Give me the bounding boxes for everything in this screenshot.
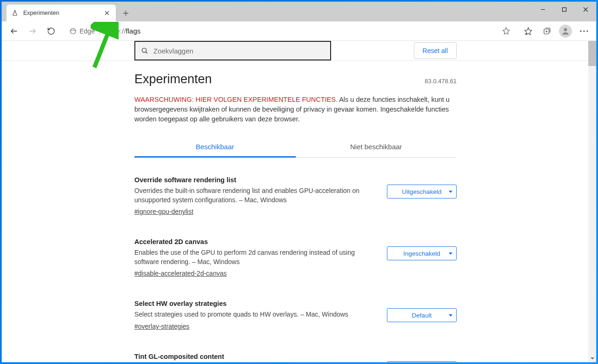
flag-description: Overrides the built-in software renderin… [134, 186, 373, 205]
flag-title: Select HW overlay strategies [134, 300, 373, 307]
flag-item: Select HW overlay strategies Select stra… [134, 300, 457, 331]
back-button[interactable] [6, 23, 22, 40]
svg-point-1 [70, 28, 76, 34]
minimize-button[interactable] [532, 2, 553, 17]
collections-icon[interactable] [538, 23, 555, 40]
forward-button[interactable] [24, 23, 41, 40]
warning-text: WAARSCHUWING: HIER VOLGEN EXPERIMENTELE … [134, 95, 457, 124]
scrollbar[interactable] [588, 41, 596, 362]
svg-point-3 [564, 28, 567, 31]
search-icon [141, 47, 149, 55]
favorites-menu-icon[interactable] [520, 23, 537, 40]
edge-icon [69, 27, 77, 35]
page-content: Reset all Experimenten 83.0.478.61 WAARS… [2, 41, 596, 362]
new-tab-button[interactable] [119, 6, 133, 20]
flask-icon [11, 9, 19, 17]
tabs: Beschikbaar Niet beschikbaar [134, 136, 457, 158]
profile-avatar[interactable] [559, 25, 572, 38]
tab-close-button[interactable] [103, 10, 111, 16]
flag-description: Enables the use of the GPU to perform 2d… [134, 248, 373, 266]
flag-hash-link[interactable]: #overlay-strategies [134, 323, 189, 330]
url-text: edge://flags [105, 27, 141, 35]
maximize-button[interactable] [553, 2, 575, 17]
browser-toolbar: Edge edge://flags [2, 21, 596, 41]
flag-item: Tint GL-composited content Tint contents… [134, 353, 457, 362]
svg-point-6 [586, 30, 588, 32]
flag-hash-link[interactable]: #disable-accelerated-2d-canvas [134, 270, 226, 277]
window-controls [532, 2, 596, 17]
svg-point-4 [580, 30, 581, 32]
favorite-star-icon[interactable] [502, 27, 510, 35]
svg-point-7 [142, 48, 146, 52]
flag-title: Accelerated 2D canvas [134, 238, 373, 245]
flag-item: Override software rendering list Overrid… [134, 176, 457, 216]
scrollbar-thumb[interactable] [588, 41, 596, 66]
search-flags-input[interactable] [134, 41, 331, 60]
flag-select[interactable]: Ingeschakeld [387, 246, 457, 260]
scrollbar-down-arrow[interactable] [588, 354, 596, 362]
flag-select[interactable]: Default [387, 308, 457, 322]
tab-available[interactable]: Beschikbaar [134, 136, 296, 157]
tab-unavailable[interactable]: Niet beschikbaar [296, 136, 457, 157]
flag-select[interactable]: Uitgeschakeld [387, 361, 457, 362]
tab-title: Experimenten [23, 10, 98, 16]
version-label: 83.0.478.61 [425, 78, 457, 85]
search-flags-field[interactable] [153, 47, 325, 55]
edge-badge: Edge [69, 27, 100, 35]
flag-title: Tint GL-composited content [134, 353, 373, 360]
address-bar[interactable]: Edge edge://flags [64, 24, 515, 39]
flag-item: Accelerated 2D canvas Enables the use of… [134, 238, 457, 278]
reset-all-button[interactable]: Reset all [414, 42, 457, 59]
titlebar: Experimenten [2, 2, 596, 21]
refresh-button[interactable] [43, 23, 60, 40]
page-title: Experimenten [134, 72, 457, 86]
browser-tab[interactable]: Experimenten [7, 5, 116, 21]
flags-list: Override software rendering list Overrid… [134, 176, 457, 362]
search-row: Reset all [2, 41, 596, 61]
flag-select[interactable]: Uitgeschakeld [387, 185, 457, 199]
flag-hash-link[interactable]: #ignore-gpu-denylist [134, 208, 193, 215]
svg-point-5 [583, 30, 585, 32]
svg-rect-0 [562, 7, 566, 11]
flag-description: Select strategies used to promote quads … [134, 310, 373, 319]
more-menu-icon[interactable] [576, 23, 592, 40]
flag-title: Override software rendering list [134, 176, 373, 184]
close-window-button[interactable] [575, 2, 596, 17]
